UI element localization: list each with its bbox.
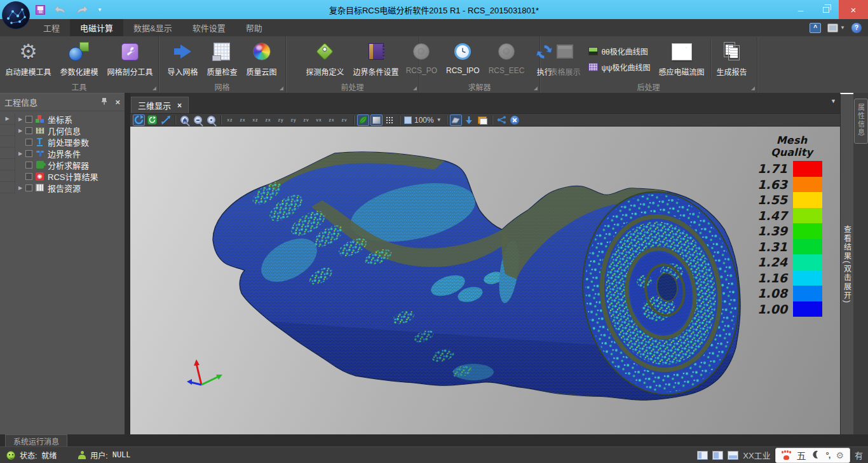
view-preset-icon[interactable]: zy bbox=[288, 115, 299, 125]
pin-icon[interactable] bbox=[101, 97, 107, 107]
dialog-launcher-icon[interactable] bbox=[280, 86, 283, 90]
table-display-button[interactable]: 表格展示 bbox=[545, 37, 585, 81]
expand-icon[interactable]: ▶ bbox=[15, 151, 25, 156]
tree-item-geometry-info[interactable]: ▶ 几何信息 bbox=[0, 125, 125, 136]
induced-current-map-button[interactable]: 感应电磁流图 bbox=[654, 37, 709, 81]
mesh-partition-tool-button[interactable]: 网格剖分工具 bbox=[103, 37, 158, 81]
restore-button[interactable] bbox=[813, 0, 839, 19]
tab-close-icon[interactable]: × bbox=[177, 101, 182, 110]
ime-punctuation-icon[interactable]: °, bbox=[826, 450, 831, 460]
zoom-in-icon[interactable] bbox=[179, 114, 191, 126]
ime-logo-icon[interactable] bbox=[782, 451, 791, 460]
tab-software-settings[interactable]: 软件设置 bbox=[182, 19, 236, 36]
rcs-eec-button[interactable]: RCS_EEC bbox=[484, 37, 529, 81]
close-view-icon[interactable] bbox=[509, 114, 521, 126]
probe-angle-button[interactable]: 探测角定义 bbox=[301, 37, 348, 81]
view-preset-icon[interactable]: zx bbox=[237, 115, 248, 125]
view-preset-icon[interactable]: zx bbox=[262, 115, 274, 125]
generate-report-button[interactable]: 生成报告 bbox=[712, 37, 752, 81]
wireframe-points-icon[interactable] bbox=[384, 114, 396, 126]
panel-splitter[interactable] bbox=[125, 93, 130, 434]
dialog-launcher-icon[interactable] bbox=[153, 86, 156, 90]
display-mode-button[interactable]: ▼ bbox=[827, 24, 845, 32]
ime-toolbar[interactable]: 五 °, ⚙ bbox=[775, 448, 850, 463]
view-preset-icon[interactable]: zv bbox=[301, 115, 312, 125]
minimize-button[interactable]: – bbox=[788, 0, 813, 19]
display-dropdown-icon[interactable]: ▼ bbox=[840, 25, 845, 31]
tree-checkbox[interactable] bbox=[25, 162, 32, 169]
tree-item-report-resources[interactable]: ▶ 报告资源 bbox=[0, 182, 125, 193]
expand-icon[interactable]: ▶ bbox=[15, 128, 25, 134]
tree-item-coordinate-system[interactable]: ▶ ▶ 坐标系 bbox=[0, 113, 125, 125]
rotate-view-icon[interactable] bbox=[133, 114, 145, 126]
view-preset-icon[interactable]: xz bbox=[250, 115, 261, 125]
parametric-modeling-button[interactable]: 参数化建模 bbox=[55, 37, 102, 81]
results-strip-tab[interactable]: 查看结果(双击展开) bbox=[840, 93, 853, 434]
properties-collapsed-tab[interactable]: 属性信息 bbox=[854, 99, 868, 144]
undo-icon[interactable] bbox=[54, 5, 67, 14]
tab-data-display[interactable]: 数据&显示 bbox=[123, 19, 182, 36]
layout-split-icon[interactable] bbox=[712, 451, 723, 460]
tree-checkbox[interactable] bbox=[25, 127, 32, 134]
dialog-launcher-icon[interactable] bbox=[534, 86, 538, 90]
zoom-level-select[interactable]: 100% ▼ bbox=[404, 116, 442, 125]
mesh-model[interactable] bbox=[130, 127, 840, 434]
collapse-ribbon-icon[interactable]: ^ bbox=[810, 23, 821, 33]
rcs-po-button[interactable]: RCS_PO bbox=[402, 37, 442, 81]
fit-extents-icon[interactable] bbox=[159, 114, 172, 126]
tree-checkbox[interactable] bbox=[25, 173, 32, 180]
help-icon[interactable]: ? bbox=[851, 23, 862, 33]
view-preset-icon[interactable]: zv bbox=[339, 115, 350, 125]
layout-left-icon[interactable] bbox=[697, 451, 708, 460]
view-preset-icon[interactable]: zy bbox=[275, 115, 287, 125]
tree-item-rcs-results[interactable]: ◉ RCS计算结果 bbox=[0, 170, 125, 182]
layout-bottom-icon[interactable] bbox=[728, 451, 738, 460]
ime-settings-icon[interactable]: ⚙ bbox=[836, 450, 844, 460]
layers-icon[interactable] bbox=[477, 114, 489, 126]
quality-check-button[interactable]: 质量检查 bbox=[202, 37, 241, 81]
tree-item-boundary-conditions[interactable]: ▶ 边界条件 bbox=[0, 148, 125, 159]
view-preset-icon[interactable]: vx bbox=[313, 115, 325, 125]
ime-mode-icon[interactable]: 五 bbox=[797, 448, 806, 462]
app-logo-icon[interactable] bbox=[2, 1, 30, 29]
share-branch-icon[interactable] bbox=[496, 114, 508, 126]
view-preset-icon[interactable]: zx bbox=[326, 115, 337, 125]
tree-checkbox[interactable] bbox=[25, 139, 32, 146]
expand-icon[interactable]: ▶ bbox=[15, 185, 25, 191]
close-button[interactable]: × bbox=[839, 0, 868, 19]
tab-3d-display[interactable]: 三维显示 × bbox=[131, 97, 189, 113]
import-mesh-button[interactable]: 导入网格 bbox=[163, 37, 202, 81]
rcs-ipo-button[interactable]: RCS_IPO bbox=[442, 37, 484, 81]
view-preset-icon[interactable]: xz bbox=[224, 115, 236, 125]
ime-moon-icon[interactable] bbox=[812, 450, 820, 460]
quality-cloud-button[interactable]: 质量云图 bbox=[242, 37, 281, 81]
boundary-settings-button[interactable]: 边界条件设置 bbox=[349, 37, 403, 81]
tree-checkbox[interactable] bbox=[25, 184, 32, 191]
tab-list-dropdown-icon[interactable]: ▼ bbox=[831, 98, 836, 104]
tree-checkbox[interactable] bbox=[25, 116, 32, 123]
refresh-view-icon[interactable] bbox=[146, 114, 158, 126]
arrow-down-icon[interactable] bbox=[463, 114, 475, 126]
tree-checkbox[interactable] bbox=[25, 150, 32, 157]
theta-polar-curve-button[interactable]: θθ极化曲线图 bbox=[588, 46, 650, 57]
expand-icon[interactable]: ▶ bbox=[15, 116, 25, 122]
viewport-3d[interactable]: Mesh Quality 1.71 1.63 1.55 1.47 1.39 1.… bbox=[130, 127, 840, 434]
zoom-fit-icon[interactable] bbox=[205, 114, 217, 126]
launch-modeling-tool-button[interactable]: ⚙ 启动建模工具 bbox=[1, 37, 55, 81]
tab-em-compute[interactable]: 电磁计算 bbox=[70, 19, 123, 36]
zoom-dropdown-icon[interactable]: ▼ bbox=[437, 117, 442, 123]
qat-dropdown-icon[interactable]: ▼ bbox=[97, 7, 102, 13]
psi-polar-curve-button[interactable]: ψψ极化曲线图 bbox=[588, 62, 650, 73]
dialog-launcher-icon[interactable] bbox=[413, 86, 417, 90]
dialog-launcher-icon[interactable] bbox=[751, 86, 755, 90]
tab-help[interactable]: 帮助 bbox=[236, 19, 273, 36]
tree-item-analysis-solver[interactable]: 分析求解器 bbox=[0, 159, 125, 170]
zoom-out-icon[interactable] bbox=[192, 114, 204, 126]
redo-icon[interactable] bbox=[76, 5, 88, 14]
smooth-shading-icon[interactable] bbox=[357, 114, 369, 126]
shaded-surface-icon[interactable] bbox=[370, 114, 383, 126]
select-tool-icon[interactable] bbox=[450, 114, 462, 126]
system-message-tab[interactable]: 系统运行消息 bbox=[5, 434, 67, 446]
save-icon[interactable] bbox=[36, 5, 45, 15]
panel-close-icon[interactable]: × bbox=[115, 97, 120, 107]
